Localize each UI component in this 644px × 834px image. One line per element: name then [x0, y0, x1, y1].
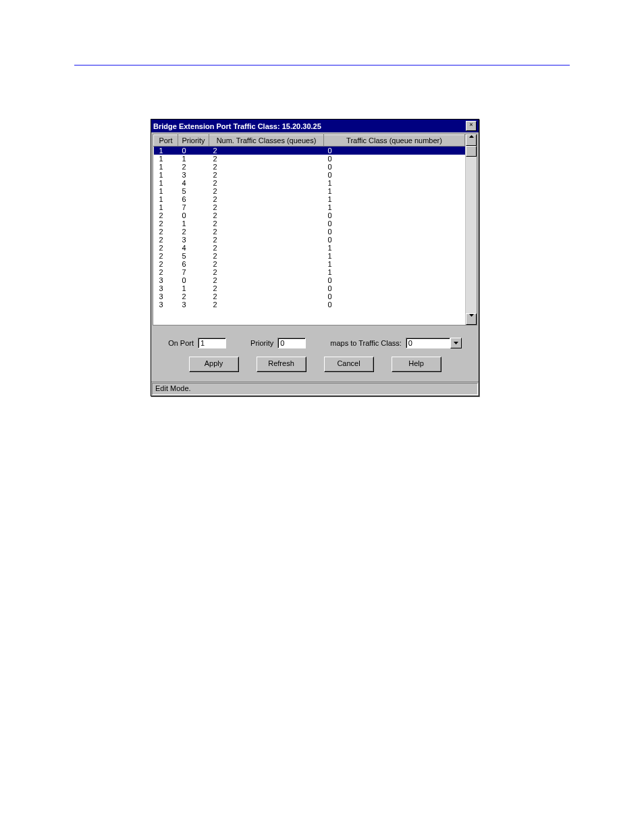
- cancel-button[interactable]: Cancel: [324, 357, 374, 372]
- cell-tc: 0: [324, 284, 465, 292]
- cell-port: 3: [154, 284, 178, 292]
- traffic-class-table[interactable]: Port Priority Num. Traffic Classes (queu…: [153, 134, 465, 309]
- traffic-class-dialog: Bridge Extension Port Traffic Class: 15.…: [151, 119, 479, 396]
- cell-priority: 6: [178, 195, 209, 203]
- cell-tc: 0: [324, 228, 465, 236]
- cell-priority: 2: [178, 292, 209, 301]
- button-row: Apply Refresh Cancel Help: [153, 354, 477, 380]
- table-row[interactable]: 2020: [154, 211, 465, 219]
- table-row[interactable]: 3020: [154, 276, 465, 284]
- table-row[interactable]: 2621: [154, 260, 465, 268]
- table-row[interactable]: 2120: [154, 219, 465, 228]
- table-row[interactable]: 2220: [154, 228, 465, 236]
- cell-priority: 4: [178, 179, 209, 187]
- table-row[interactable]: 1621: [154, 195, 465, 203]
- refresh-button[interactable]: Refresh: [257, 357, 306, 372]
- cell-priority: 5: [178, 187, 209, 195]
- cell-numq: 2: [209, 236, 324, 244]
- cell-tc: 1: [324, 195, 465, 203]
- cell-port: 2: [154, 260, 178, 268]
- table-row[interactable]: 1721: [154, 203, 465, 211]
- cell-numq: 2: [209, 252, 324, 260]
- cell-priority: 2: [178, 228, 209, 236]
- cell-port: 1: [154, 179, 178, 187]
- cell-numq: 2: [209, 228, 324, 236]
- cell-port: 1: [154, 203, 178, 211]
- cell-tc: 1: [324, 187, 465, 195]
- table-row[interactable]: 2421: [154, 244, 465, 252]
- cell-priority: 3: [178, 236, 209, 244]
- cell-numq: 2: [209, 195, 324, 203]
- cell-numq: 2: [209, 301, 324, 309]
- statusbar: Edit Mode.: [151, 382, 479, 396]
- cell-tc: 0: [324, 276, 465, 284]
- apply-button[interactable]: Apply: [189, 357, 239, 372]
- cell-tc: 1: [324, 260, 465, 268]
- table-row[interactable]: 2721: [154, 268, 465, 276]
- cell-port: 1: [154, 163, 178, 171]
- titlebar[interactable]: Bridge Extension Port Traffic Class: 15.…: [151, 120, 479, 132]
- cell-tc: 1: [324, 252, 465, 260]
- cell-priority: 7: [178, 203, 209, 211]
- cell-tc: 0: [324, 211, 465, 219]
- cell-numq: 2: [209, 219, 324, 228]
- col-header-port[interactable]: Port: [154, 135, 178, 147]
- scrollbar-thumb[interactable]: [466, 146, 477, 157]
- table-row[interactable]: 1220: [154, 163, 465, 171]
- cell-priority: 4: [178, 244, 209, 252]
- col-header-traffic-class[interactable]: Traffic Class (queue number): [324, 135, 465, 147]
- table-row[interactable]: 1521: [154, 187, 465, 195]
- table-row[interactable]: 1320: [154, 171, 465, 179]
- close-icon[interactable]: ✕: [466, 121, 477, 131]
- cell-port: 1: [154, 171, 178, 179]
- table-row[interactable]: 1421: [154, 179, 465, 187]
- chevron-down-icon[interactable]: [450, 338, 462, 348]
- cell-port: 3: [154, 301, 178, 309]
- col-header-num-queues[interactable]: Num. Traffic Classes (queues): [209, 135, 324, 147]
- maps-to-label: maps to Traffic Class:: [330, 339, 402, 347]
- table-row[interactable]: 1020: [154, 147, 465, 155]
- traffic-class-value[interactable]: 0: [406, 338, 450, 348]
- cell-tc: 0: [324, 155, 465, 163]
- table-row[interactable]: 2521: [154, 252, 465, 260]
- cell-numq: 2: [209, 244, 324, 252]
- cell-priority: 1: [178, 155, 209, 163]
- cell-port: 1: [154, 147, 178, 155]
- cell-tc: 0: [324, 236, 465, 244]
- cell-priority: 0: [178, 276, 209, 284]
- table-row[interactable]: 3220: [154, 292, 465, 301]
- svg-marker-0: [469, 135, 474, 138]
- cell-numq: 2: [209, 292, 324, 301]
- cell-numq: 2: [209, 179, 324, 187]
- status-text: Edit Mode.: [152, 383, 478, 395]
- cell-tc: 1: [324, 268, 465, 276]
- traffic-class-select[interactable]: 0: [406, 338, 462, 348]
- table-row[interactable]: 3320: [154, 301, 465, 309]
- cell-port: 2: [154, 211, 178, 219]
- traffic-class-table-container: Port Priority Num. Traffic Classes (queu…: [153, 134, 477, 325]
- cell-tc: 0: [324, 219, 465, 228]
- cell-numq: 2: [209, 211, 324, 219]
- table-row[interactable]: 2320: [154, 236, 465, 244]
- cell-tc: 0: [324, 147, 465, 155]
- vertical-scrollbar[interactable]: [465, 134, 477, 325]
- cell-priority: 0: [178, 211, 209, 219]
- cell-numq: 2: [209, 260, 324, 268]
- cell-numq: 2: [209, 203, 324, 211]
- cell-priority: 1: [178, 219, 209, 228]
- on-port-input[interactable]: 1: [198, 338, 226, 348]
- cell-priority: 2: [178, 163, 209, 171]
- cell-port: 1: [154, 155, 178, 163]
- table-row[interactable]: 1120: [154, 155, 465, 163]
- priority-input[interactable]: 0: [277, 338, 306, 348]
- table-row[interactable]: 3120: [154, 284, 465, 292]
- scroll-up-icon[interactable]: [466, 134, 477, 146]
- scrollbar-track[interactable]: [466, 157, 477, 313]
- col-header-priority[interactable]: Priority: [178, 135, 209, 147]
- scroll-down-icon[interactable]: [466, 313, 477, 325]
- cell-priority: 1: [178, 284, 209, 292]
- mapping-form-row: On Port 1 Priority 0 maps to Traffic Cla…: [153, 325, 477, 354]
- cell-port: 2: [154, 244, 178, 252]
- cell-port: 1: [154, 195, 178, 203]
- help-button[interactable]: Help: [392, 357, 441, 372]
